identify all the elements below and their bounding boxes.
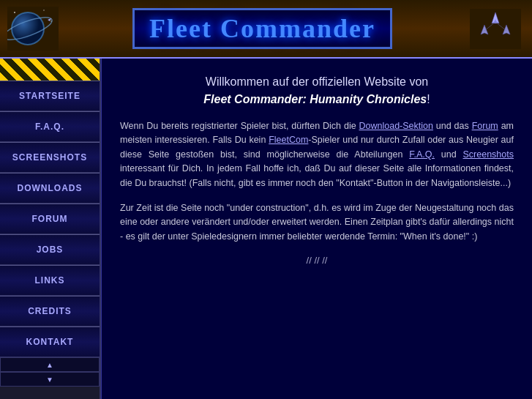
svg-point-2 <box>43 10 45 11</box>
sidebar-item-startseite[interactable]: Startseite <box>0 81 100 111</box>
sidebar-item-forum[interactable]: Forum <box>0 204 100 234</box>
sidebar-item-credits[interactable]: Credits <box>0 296 100 327</box>
faq-link[interactable]: F.A.Q. <box>409 149 435 160</box>
sidebar-item-jobs[interactable]: Jobs <box>0 234 100 265</box>
separator: // // // <box>120 255 514 266</box>
sidebar-item-forum-label: Forum <box>32 214 68 224</box>
sidebar-scroll-up[interactable]: ▲ <box>0 357 100 372</box>
header: Fleet Commander <box>0 0 532 59</box>
sidebar-warning-stripe <box>0 59 100 81</box>
header-right <box>466 9 525 49</box>
sidebar: Startseite F.A.Q. Screenshots Downloads … <box>0 59 101 399</box>
sidebar-item-startseite-label: Startseite <box>19 91 80 101</box>
sidebar-item-screenshots-label: Screenshots <box>12 152 87 163</box>
paragraph-2: Zur Zeit ist die Seite noch "under const… <box>120 201 514 244</box>
scroll-up-icon: ▲ <box>46 361 53 369</box>
heading-exclaim: ! <box>427 93 430 105</box>
sidebar-item-faq-label: F.A.Q. <box>35 122 64 132</box>
forum-link[interactable]: Forum <box>472 121 498 131</box>
sidebar-item-faq[interactable]: F.A.Q. <box>0 111 100 142</box>
fleetcom-link[interactable]: FleetCom <box>269 135 308 145</box>
sidebar-item-kontakt[interactable]: Kontakt <box>0 327 100 357</box>
sidebar-item-screenshots[interactable]: Screenshots <box>0 142 100 173</box>
heading-line2: Fleet Commander: Humanity Chronicles <box>203 93 427 105</box>
fleet-icon <box>470 9 521 49</box>
p1-text-mid4: und <box>435 149 463 160</box>
sidebar-item-links-label: Links <box>35 275 65 286</box>
heading-line1: Willkommen auf der offiziellen Website v… <box>206 75 428 88</box>
sidebar-scroll-down[interactable]: ▼ <box>0 372 100 387</box>
title-area: Fleet Commander <box>59 8 466 49</box>
scroll-down-icon: ▼ <box>46 376 53 384</box>
main-content: Willkommen auf der offiziellen Website v… <box>101 59 532 399</box>
planet-icon <box>7 7 59 51</box>
screenshots-link[interactable]: Screenshots <box>463 149 514 160</box>
svg-point-1 <box>14 12 15 13</box>
sidebar-item-jobs-label: Jobs <box>37 245 64 255</box>
sidebar-item-credits-label: Credits <box>28 306 72 316</box>
sidebar-item-downloads-label: Downloads <box>18 183 83 193</box>
p1-text-mid1: und das <box>433 121 472 131</box>
sidebar-item-kontakt-label: Kontakt <box>26 337 74 347</box>
site-title: Fleet Commander <box>132 8 392 49</box>
sidebar-item-links[interactable]: Links <box>0 265 100 296</box>
p1-text-start: Wenn Du bereits registrierter Spieler bi… <box>120 121 359 131</box>
welcome-heading: Willkommen auf der offiziellen Website v… <box>120 73 514 108</box>
download-sektion-link[interactable]: Download-Sektion <box>359 121 433 131</box>
paragraph-1: Wenn Du bereits registrierter Spieler bi… <box>120 119 514 190</box>
sidebar-item-downloads[interactable]: Downloads <box>0 173 100 204</box>
site-title-text: Fleet Commander <box>149 14 375 43</box>
p1-text-end: interessant für Dich. In jedem Fall hoff… <box>120 163 514 187</box>
main-layout: Startseite F.A.Q. Screenshots Downloads … <box>0 59 532 399</box>
header-left <box>7 7 59 51</box>
